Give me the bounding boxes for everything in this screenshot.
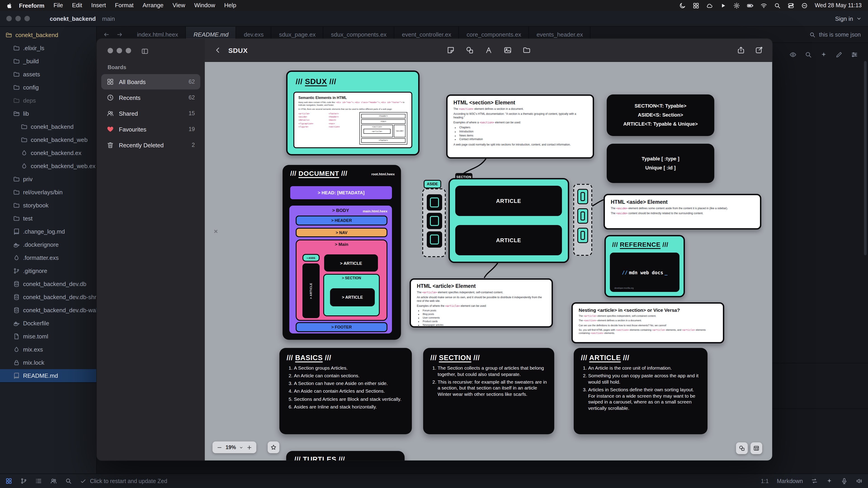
status-bar-icon[interactable] <box>65 478 72 484</box>
file-tree-item[interactable]: mix.lock <box>0 356 96 369</box>
types-card[interactable]: SECTION<T: Typable>ASIDE<S: Section>ARTI… <box>607 94 714 136</box>
close-button[interactable] <box>6 16 12 21</box>
file-tree-item[interactable]: .formatter.exs <box>0 251 96 264</box>
menubar-item[interactable]: Format <box>110 0 138 11</box>
file-tree-item[interactable]: Dockerfile <box>0 317 96 330</box>
section-element-card[interactable]: HTML <section> Element The <section> ele… <box>446 94 594 159</box>
board-list-item[interactable]: Recents 62 <box>101 90 200 105</box>
tool-icon[interactable] <box>503 46 512 54</box>
file-tree-item[interactable]: .dockerignore <box>0 238 96 251</box>
menubar-status-icon[interactable] <box>787 2 794 9</box>
menubar-status-icon[interactable] <box>774 2 781 9</box>
mdn-logo-box[interactable]: //mdn web docs_ developer.mozilla.org <box>610 253 680 292</box>
freeform-canvas[interactable]: × /// SDUX /// Semantic Elements in HTML… <box>205 62 772 460</box>
file-tree-item[interactable]: README.md <box>0 369 96 382</box>
back-icon[interactable] <box>214 46 222 54</box>
zoom-button[interactable] <box>24 16 30 21</box>
zoom-button[interactable] <box>126 48 131 53</box>
menubar-status-icon[interactable] <box>801 2 808 9</box>
apple-icon[interactable] <box>6 2 13 9</box>
menubar-status-icon[interactable] <box>706 2 713 9</box>
menubar-status-icon[interactable] <box>747 2 754 9</box>
dock-icon[interactable] <box>789 51 797 58</box>
file-tree-item[interactable]: config <box>0 81 96 94</box>
aside-slots-left[interactable] <box>422 188 446 257</box>
status-bar-icon[interactable] <box>20 478 27 484</box>
close-button[interactable] <box>107 48 113 53</box>
zoom-level[interactable]: 19% <box>225 445 236 450</box>
project-name[interactable]: conekt_backend <box>50 15 96 22</box>
grid-view-button[interactable] <box>750 442 762 454</box>
article-notes-card[interactable]: /// ARTICLE /// An Article is the core u… <box>574 348 708 434</box>
tool-icon[interactable] <box>522 46 530 54</box>
nav-forward-icon[interactable] <box>116 31 123 38</box>
file-tree-item[interactable]: deps <box>0 94 96 107</box>
nesting-card[interactable]: Nesting <article> in <section> or Vice V… <box>571 302 724 344</box>
minimize-button[interactable] <box>117 48 122 53</box>
chevron-down-icon[interactable] <box>856 16 862 21</box>
basics-card[interactable]: /// BASICS /// A Section groups Articles… <box>279 348 412 434</box>
chevron-down-icon[interactable] <box>239 445 243 449</box>
status-bar-icon[interactable] <box>826 478 833 484</box>
file-tree-item[interactable]: .change_log.md <box>0 225 96 238</box>
file-tree-item[interactable]: conekt_backend_dev.db <box>0 278 96 291</box>
tool-icon[interactable] <box>465 46 473 54</box>
file-tree-item[interactable]: conekt_backend_dev.db-shm <box>0 291 96 304</box>
menubar-item[interactable]: Arrange <box>138 0 168 11</box>
file-tree-item[interactable]: test <box>0 212 96 225</box>
zoom-in-icon[interactable] <box>246 445 252 450</box>
menubar-status-icon[interactable] <box>761 2 767 9</box>
section-notes-card[interactable]: /// SECTION /// The Section collects a g… <box>423 348 554 434</box>
language-mode[interactable]: Markdown <box>777 478 803 484</box>
menubar-status-icon[interactable] <box>720 2 726 9</box>
sign-in-button[interactable]: Sign in <box>835 15 853 22</box>
typable-card[interactable]: Typable [ :type ]Unique [ :id ] <box>607 144 714 183</box>
file-tree-item[interactable]: storybook <box>0 199 96 212</box>
file-tree-item[interactable]: conekt_backend_dev.db-wal <box>0 304 96 317</box>
tool-icon[interactable] <box>485 46 493 54</box>
article-element-card[interactable]: HTML <article> Element The <article> ele… <box>410 278 553 328</box>
menubar-item[interactable]: Edit <box>68 0 87 11</box>
board-list-item[interactable]: Favourites 19 <box>101 122 200 137</box>
file-tree-item[interactable]: conekt_backend <box>0 120 96 133</box>
status-bar-icon[interactable] <box>811 478 818 484</box>
freeform-window-controls[interactable] <box>97 39 205 53</box>
file-tree-item[interactable]: assets <box>0 68 96 81</box>
editor-scrollbar[interactable] <box>864 61 867 255</box>
dock-icon[interactable] <box>805 51 812 58</box>
buffer-search[interactable]: this is some json <box>809 31 868 38</box>
file-tree-item[interactable]: .elixir_ls <box>0 41 96 55</box>
article-block-1[interactable]: ARTICLE <box>455 186 562 216</box>
menubar-status-icon[interactable] <box>679 2 686 9</box>
cursor-position[interactable]: 1:1 <box>761 478 769 484</box>
zed-title-bar[interactable]: conekt_backend main Sign in <box>0 11 868 27</box>
file-tree-item[interactable]: mise.toml <box>0 330 96 343</box>
section-diagram-container[interactable]: ARTICLE ARTICLE <box>448 178 569 263</box>
window-controls[interactable] <box>6 16 30 21</box>
sdux-card[interactable]: /// SDUX /// Semantic Elements in HTML M… <box>286 70 420 156</box>
file-tree-item[interactable]: priv <box>0 173 96 186</box>
article-block-2[interactable]: ARTICLE <box>455 225 562 255</box>
status-bar-icon[interactable] <box>50 478 57 484</box>
menubar-item[interactable]: Help <box>220 0 241 11</box>
file-tree-item[interactable]: lib <box>0 107 96 120</box>
document-card[interactable]: /// DOCUMENT /// root.html.heex > HEAD: … <box>283 165 401 340</box>
file-tree-item[interactable]: .gitignore <box>0 264 96 278</box>
menubar-clock[interactable]: Wed 28 May 11:13 <box>815 2 862 8</box>
share-icon[interactable] <box>737 46 745 54</box>
dock-icon[interactable] <box>835 51 843 58</box>
menubar-item[interactable]: File <box>49 0 68 11</box>
file-tree-item[interactable]: conekt_backend.ex <box>0 147 96 160</box>
branch-name[interactable]: main <box>102 15 115 22</box>
minimize-button[interactable] <box>16 16 21 21</box>
update-message[interactable]: Click to restart and update Zed <box>80 478 167 484</box>
menubar-item[interactable]: View <box>168 0 190 11</box>
turtles-card[interactable]: /// TURTLES /// <box>286 451 405 460</box>
menubar-app-name[interactable]: Freeform <box>14 2 49 9</box>
menubar-item[interactable]: Insert <box>87 0 110 11</box>
sidebar-toggle-icon[interactable] <box>141 47 149 55</box>
file-tree-item[interactable]: rel/overlays/bin <box>0 186 96 199</box>
status-bar-icon[interactable] <box>856 478 863 484</box>
file-tree-item[interactable]: conekt_backend_web.ex <box>0 160 96 173</box>
menubar-status-icon[interactable] <box>692 2 700 9</box>
